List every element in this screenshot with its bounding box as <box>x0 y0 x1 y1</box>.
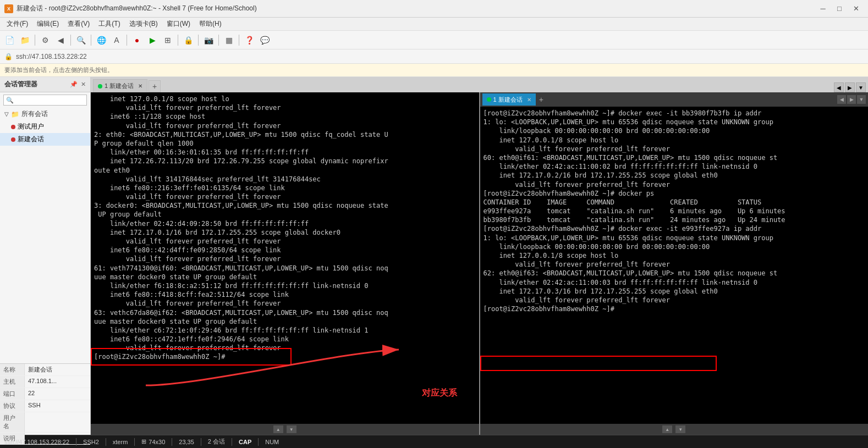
terminal-body-left[interactable]: inet 127.0.0.1/8 scope host lo valid_lft… <box>91 92 479 424</box>
toolbar-sep8 <box>239 35 239 46</box>
title-bar-text: 新建会话 - root@iZ2vc28obhvfham8wewhh0Z:~ - … <box>17 4 257 13</box>
maximize-button[interactable]: □ <box>832 3 847 15</box>
prop-key-protocol: 协议 <box>0 400 25 412</box>
session-dot-1 <box>11 125 15 129</box>
terminal-area: 1 新建会话 ✕ + ◀ ▶ ▼ inet 127.0.0.1/8 scope … <box>91 77 868 435</box>
menu-tab[interactable]: 选项卡(B) <box>125 18 162 30</box>
toolbar-sep4 <box>127 35 127 46</box>
toolbar-sep5 <box>178 35 178 46</box>
toolbar-play[interactable]: ▶ <box>145 33 160 47</box>
pane-tab-bar-right: 1 新建会话 ✕ + ◀ ▶ ▼ <box>480 92 869 107</box>
tree-item-test-user[interactable]: 测试用户 <box>0 120 90 133</box>
annotation-text: 对应关系 <box>422 388 457 399</box>
toolbar-stop[interactable]: ● <box>130 33 144 47</box>
toolbar-search[interactable]: 🔍 <box>74 33 88 47</box>
toolbar-globe[interactable]: 🌐 <box>94 33 108 47</box>
toolbar-back[interactable]: ◀ <box>53 33 68 47</box>
status-sep7 <box>258 438 259 446</box>
right-scroll-down[interactable]: ▼ <box>675 425 685 433</box>
tree-expand-icon: ▽ <box>4 111 9 117</box>
terminal-text-left: inet 127.0.0.1/8 scope host lo valid_lft… <box>94 95 476 362</box>
toolbar-resize[interactable]: ⊞ <box>161 33 175 47</box>
status-sep3 <box>134 438 135 446</box>
pane-nav-left-btn[interactable]: ◀ <box>837 95 846 104</box>
prop-key-port: 端口 <box>0 388 25 400</box>
status-sep4 <box>172 438 172 446</box>
toolbar-sep6 <box>198 35 199 46</box>
menu-file[interactable]: 文件(F) <box>2 18 32 30</box>
tab-nav-left[interactable]: ◀ <box>834 82 844 92</box>
prop-val-name: 新建会话 <box>25 364 90 375</box>
toolbar-font[interactable]: A <box>109 33 124 47</box>
tree-item-new-session[interactable]: 新建会话 <box>0 133 90 146</box>
highlight-box-right <box>480 356 717 371</box>
menu-help[interactable]: 帮助(H) <box>195 18 226 30</box>
terminal-body-right[interactable]: [root@iZ2vc28obhvfham8wewhh0Z ~]# docker… <box>480 107 869 424</box>
tab-nav-down[interactable]: ▼ <box>856 82 866 92</box>
left-scroll-down[interactable]: ▼ <box>287 425 296 433</box>
tab-left-label: 1 新建会话 <box>105 82 134 90</box>
info-text: 要添加当前会话，点击左侧的箭头按钮。 <box>4 66 113 74</box>
sidebar-close-icon[interactable]: ✕ <box>81 81 86 88</box>
right-scroll-up[interactable]: ▲ <box>662 425 672 433</box>
tree-item-all-sessions[interactable]: ▽ 📁 所有会话 <box>0 108 90 120</box>
toolbar-refresh[interactable]: ⚙ <box>38 33 52 47</box>
tab-bar-top: 1 新建会话 ✕ + ◀ ▶ ▼ <box>91 77 868 92</box>
sidebar-tree: ▽ 📁 所有会话 测试用户 新建会话 <box>0 108 90 363</box>
menu-tools[interactable]: 工具(T) <box>94 18 124 30</box>
minimize-button[interactable]: ─ <box>815 3 831 15</box>
status-position: 23,35 <box>179 439 194 445</box>
toolbar-new[interactable]: 📄 <box>2 33 17 47</box>
pane-tab-add[interactable]: + <box>537 95 546 104</box>
left-scroll-up[interactable]: ▲ <box>273 425 283 433</box>
sidebar-title: 会话管理器 <box>4 80 37 89</box>
close-button[interactable]: ✕ <box>848 3 864 15</box>
session-dot-2 <box>11 137 15 142</box>
prop-key-host: 主机 <box>0 376 25 388</box>
status-sep1 <box>76 438 76 446</box>
folder-icon: 📁 <box>11 110 19 118</box>
prop-key-name: 名称 <box>0 364 25 375</box>
toolbar-open[interactable]: 📁 <box>18 33 32 47</box>
size-value: 74x30 <box>149 439 165 445</box>
toolbar-msg[interactable]: 💬 <box>257 33 272 47</box>
menu-view[interactable]: 查看(V) <box>63 18 94 30</box>
menu-edit[interactable]: 编辑(E) <box>32 18 63 30</box>
toolbar-lock[interactable]: 🔒 <box>181 33 195 47</box>
address-icon: 🔒 <box>4 53 13 60</box>
sidebar-actions: 📌 ✕ <box>70 81 86 88</box>
tab-status-dot <box>98 84 102 89</box>
sidebar-pin-icon[interactable]: 📌 <box>70 81 78 88</box>
pane-nav-right-btn[interactable]: ▶ <box>847 95 856 104</box>
main-content: 会话管理器 📌 ✕ ▽ 📁 所有会话 测试用户 新建会话 <box>0 77 868 435</box>
tab-add-button[interactable]: + <box>149 80 161 92</box>
app-icon: X <box>4 4 13 13</box>
title-bar-controls: ─ □ ✕ <box>815 3 864 15</box>
tab-nav-right[interactable]: ▶ <box>845 82 855 92</box>
sidebar-search-input[interactable] <box>3 95 87 106</box>
status-ssh: SSH2 <box>83 439 99 445</box>
prop-val-protocol: SSH <box>25 400 90 412</box>
tab-left-close[interactable]: ✕ <box>138 83 142 89</box>
pane-tab-right-close[interactable]: ✕ <box>527 97 531 103</box>
toolbar-cam[interactable]: 📷 <box>201 33 216 47</box>
pane-nav-right: ◀ ▶ ▼ <box>837 95 866 104</box>
pane-tab-right-session[interactable]: 1 新建会话 ✕ <box>482 93 536 106</box>
status-num: NUM <box>265 439 279 445</box>
pane-nav-down-btn[interactable]: ▼ <box>857 95 866 104</box>
terminal-pane-left: inet 127.0.0.1/8 scope host lo valid_lft… <box>91 92 480 435</box>
menu-bar: 文件(F) 编辑(E) 查看(V) 工具(T) 选项卡(B) 窗口(W) 帮助(… <box>0 18 868 31</box>
prop-row-username: 用户名 <box>0 412 90 433</box>
menu-window[interactable]: 窗口(W) <box>162 18 195 30</box>
tree-item-new-session-label: 新建会话 <box>18 135 44 144</box>
prop-row-host: 主机 47.108.1... <box>0 376 90 388</box>
tab-left-session[interactable]: 1 新建会话 ✕ <box>93 79 147 92</box>
toolbar-grid[interactable]: ▦ <box>222 33 236 47</box>
prop-val-port: 22 <box>25 388 90 400</box>
prop-row-protocol: 协议 SSH <box>0 400 90 412</box>
size-icon: ⊞ <box>141 438 146 445</box>
status-cap: CAP <box>239 439 251 445</box>
toolbar: 📄 📁 ⚙ ◀ 🔍 🌐 A ● ▶ ⊞ 🔒 📷 ▦ ❓ 💬 <box>0 31 868 49</box>
status-address: ssh://47.108.153.228:22 <box>4 439 69 445</box>
toolbar-help[interactable]: ❓ <box>242 33 256 47</box>
